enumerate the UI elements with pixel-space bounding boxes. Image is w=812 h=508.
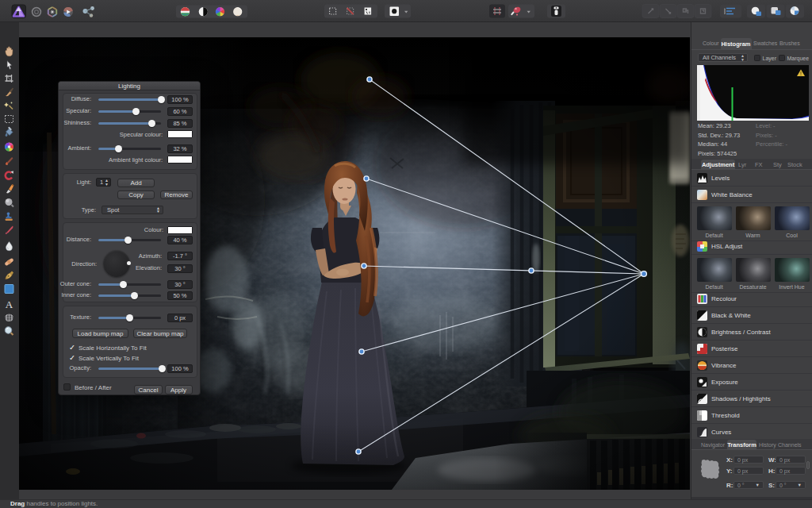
svg-text:A: A <box>6 298 13 310</box>
